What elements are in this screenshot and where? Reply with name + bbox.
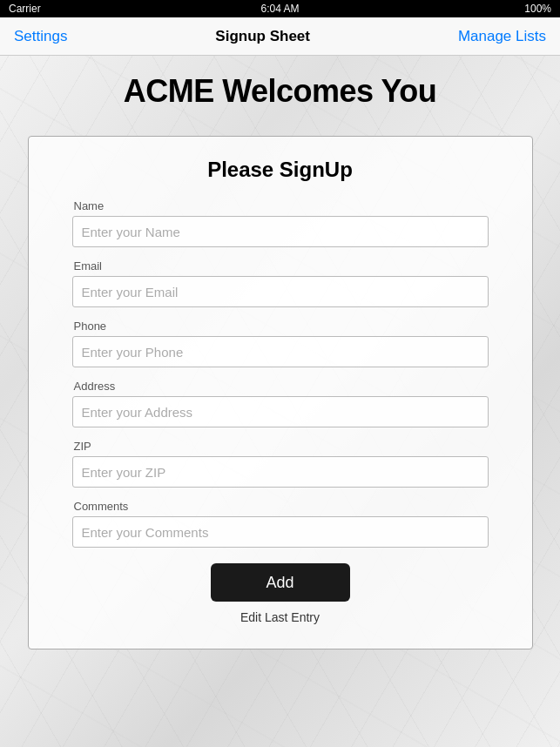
phone-input[interactable] [72,336,489,367]
address-label: Address [74,380,489,393]
name-input[interactable] [72,216,489,247]
welcome-heading: ACME Welcomes You [106,73,455,110]
name-label: Name [74,199,489,212]
status-bar: Carrier 6:04 AM 100% [0,0,560,17]
form-title: Please SignUp [72,158,489,182]
manage-lists-button[interactable]: Manage Lists [458,28,546,45]
battery-label: 100% [524,3,551,15]
comments-label: Comments [74,500,489,513]
time-label: 6:04 AM [260,3,299,15]
comments-input[interactable] [72,516,489,548]
phone-field: Phone [72,320,489,367]
nav-title: Signup Sheet [215,28,310,45]
settings-button[interactable]: Settings [14,28,67,45]
zip-label: ZIP [74,440,489,453]
signup-form-card: Please SignUp Name Email Phone Address Z… [28,136,533,649]
email-label: Email [74,259,489,273]
carrier-label: Carrier [9,3,41,15]
email-input[interactable] [72,276,489,307]
address-input[interactable] [72,396,489,427]
zip-input[interactable] [72,456,489,488]
nav-bar: Settings Signup Sheet Manage Lists [0,17,560,56]
name-field: Name [72,199,489,247]
zip-field: ZIP [72,440,489,488]
comments-field: Comments [72,500,489,548]
phone-label: Phone [74,320,489,333]
email-field: Email [72,259,489,307]
add-button[interactable]: Add [211,563,350,602]
address-field: Address [72,380,489,427]
main-content: ACME Welcomes You Please SignUp Name Ema… [0,56,560,747]
edit-last-entry-link[interactable]: Edit Last Entry [72,610,489,624]
